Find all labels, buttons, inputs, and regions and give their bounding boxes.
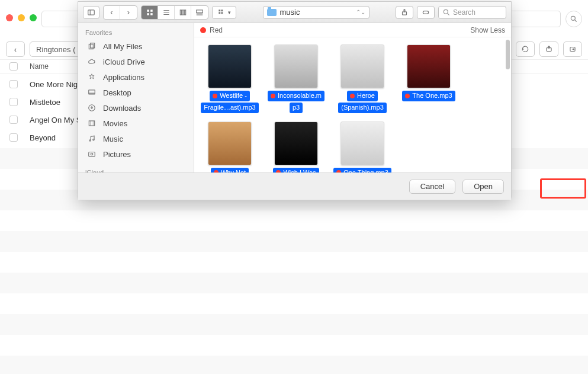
file-item[interactable]: The One.mp3 [396,44,462,113]
svg-rect-7 [150,9,152,12]
downloads-icon [86,103,97,113]
file-label: Heroe [347,91,378,101]
tag-filter-bar: Red Show Less [194,23,511,37]
red-tag-dot-icon [271,94,275,98]
cancel-button[interactable]: Cancel [409,180,455,194]
sidebar-item-label: Movies [103,119,127,128]
coverflow-view-button[interactable] [191,6,208,19]
file-item[interactable]: Westlife - Fragile…ast).mp3 [197,44,263,113]
arrange-dropdown[interactable]: ▾ [212,6,236,19]
bg-name-column: Name [30,62,49,71]
svg-rect-20 [221,9,223,11]
close-window-button[interactable] [6,14,13,21]
svg-point-36 [93,139,94,140]
row-checkbox[interactable] [9,98,18,106]
file-label: Wish I Was [273,168,319,173]
refresh-icon [521,45,529,53]
dialog-footer: Cancel Open [78,172,511,200]
dialog-search-field[interactable]: Search [438,6,506,19]
svg-line-1 [575,20,577,22]
scrollbar-thumb[interactable] [506,40,510,69]
file-item[interactable]: Why Not Me.mp3 [197,122,263,173]
row-label: Beyond [30,133,56,142]
sidebar-item-pictures[interactable]: Pictures [78,146,194,162]
file-label: Westlife - [210,91,250,101]
bg-tool-1[interactable] [516,41,535,57]
nav-forward-button[interactable]: › [120,6,137,19]
row-checkbox[interactable] [9,116,18,124]
file-item[interactable]: Heroe (Spanish).mp3 [329,44,396,113]
sidebar-icon [87,8,95,17]
sidebar-item-downloads[interactable]: Downloads [78,100,194,116]
arrange-icon [217,8,226,17]
bg-tool-3[interactable] [563,41,582,57]
sidebar-header-favorites: Favorites [78,27,194,39]
sidebar-item-applications[interactable]: Applications [78,69,194,85]
svg-rect-6 [147,9,149,12]
red-tag-dot-icon [350,94,355,98]
dialog-toolbar: ‹ › ▾ music ⌃⌄ Search [78,2,511,23]
list-icon [162,8,171,17]
button-label: Open [474,182,493,191]
sidebar-item-label: iCloud Drive [103,57,145,66]
row-checkbox[interactable] [9,80,18,88]
bg-breadcrumb[interactable]: Ringtones ( [30,41,82,57]
svg-rect-22 [221,12,223,14]
svg-rect-14 [182,9,183,14]
file-thumbnail [274,44,318,88]
sidebar-item-all-my-files[interactable]: All My Files [78,39,194,54]
sidebar-item-desktop[interactable]: Desktop [78,85,194,100]
file-item[interactable]: Inconsolable.m p3 [263,44,329,113]
sidebar-toggle-button[interactable] [83,6,99,19]
row-label: Mistletoe [30,98,60,107]
music-icon [86,134,97,143]
path-dropdown[interactable]: music ⌃⌄ [263,6,369,19]
sidebar-item-label: Music [103,135,123,143]
file-item[interactable]: Wish I Was Your Lover.mp3 [263,122,329,173]
list-view-button[interactable] [158,6,175,19]
tag-icon [422,8,430,17]
share-button[interactable] [396,6,413,19]
button-label: Cancel [420,182,444,191]
bg-select-all-checkbox[interactable] [9,62,18,71]
open-button[interactable]: Open [462,180,504,194]
column-view-button[interactable] [175,6,191,19]
columns-icon [179,8,187,17]
sidebar-item-music[interactable]: Music [78,131,194,146]
chevron-left-icon: ‹ [14,45,17,54]
icon-view-button[interactable] [142,6,158,19]
nav-back-button[interactable]: ‹ [104,6,120,19]
sidebar-item-icloud-drive[interactable]: iCloud Drive [78,54,194,69]
dialog-content: Red Show Less Westlife - Fragile…ast).mp… [194,23,511,172]
svg-rect-37 [89,152,95,157]
file-label: (Spanish).mp3 [338,103,387,113]
svg-rect-19 [219,9,220,11]
svg-rect-8 [147,13,149,15]
import-icon [568,45,577,53]
file-grid[interactable]: Westlife - Fragile…ast).mp3 Inconsolable… [194,37,511,172]
svg-rect-29 [89,90,95,94]
folder-icon [267,9,277,16]
view-segmented [141,5,208,20]
file-item[interactable]: One Thing.mp3 [329,122,396,173]
svg-rect-21 [219,12,220,14]
svg-rect-15 [184,9,185,14]
row-checkbox[interactable] [9,133,18,142]
sidebar-item-movies[interactable]: Movies [78,116,194,131]
dialog-sidebar: Favorites All My Files iCloud Drive Appl… [78,23,194,172]
file-label: One Thing.mp3 [333,168,391,173]
apps-icon [86,72,97,82]
pictures-icon [86,149,97,159]
file-thumbnail [274,122,318,165]
bg-back-button[interactable]: ‹ [6,41,25,57]
sidebar-header-icloud: iCloud [78,167,194,172]
minimize-window-button[interactable] [18,14,25,21]
red-tag-dot-icon [200,27,206,33]
tags-button[interactable] [417,6,435,19]
movies-icon [86,119,97,128]
show-less-link[interactable]: Show Less [470,26,505,34]
bg-search-button[interactable] [565,11,582,27]
bg-tool-2[interactable] [539,41,558,57]
zoom-window-button[interactable] [30,14,37,21]
tag-name: Red [210,26,223,34]
